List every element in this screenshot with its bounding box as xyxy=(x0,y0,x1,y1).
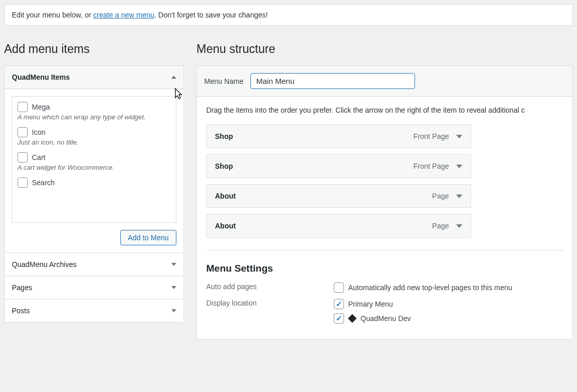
item-checkbox-search[interactable] xyxy=(17,177,28,188)
panel-quadmenu-body: Mega A menu which can wrap any type of w… xyxy=(5,88,184,253)
create-new-menu-link[interactable]: create a new menu xyxy=(93,11,154,19)
menu-item-title: Shop xyxy=(215,132,233,140)
panel-pages[interactable]: Pages xyxy=(5,276,184,299)
item-desc: Just an icon, no title. xyxy=(17,138,174,146)
auto-add-checkbox[interactable] xyxy=(334,282,344,293)
display-option-label: Primary Menu xyxy=(348,300,393,308)
info-notice: Edit your menu below, or create a new me… xyxy=(4,4,573,26)
divider xyxy=(206,250,563,251)
menu-structure-heading: Menu structure xyxy=(196,42,573,56)
menu-item[interactable]: About Page xyxy=(206,184,471,208)
panel-title: Posts xyxy=(12,307,30,315)
menu-item-type: Page xyxy=(432,222,449,230)
auto-add-pages-label: Auto add pages xyxy=(206,282,334,293)
chevron-down-icon[interactable] xyxy=(456,165,462,168)
menu-item[interactable]: Shop Front Page xyxy=(206,154,471,178)
item-checkbox-mega[interactable] xyxy=(17,102,28,112)
item-label: Mega xyxy=(32,103,50,111)
chevron-down-icon xyxy=(171,263,176,266)
list-item: Cart A cart widget for Woocommerce. xyxy=(17,152,174,171)
panel-title: Pages xyxy=(12,283,32,292)
panel-title: QuadMenu Archives xyxy=(12,260,77,269)
notice-text-suffix: . Don't forget to save your changes! xyxy=(154,11,268,19)
item-desc: A menu which can wrap any type of widget… xyxy=(17,113,174,121)
menu-name-label: Menu Name xyxy=(204,77,243,85)
item-label: Cart xyxy=(32,153,45,162)
menu-item-title: About xyxy=(215,222,236,230)
item-desc: A cart widget for Woocommerce. xyxy=(17,164,174,171)
panel-quadmenu-archives[interactable]: QuadMenu Archives xyxy=(5,253,184,276)
menu-structure-panel: Menu Name Drag the items into the order … xyxy=(196,65,573,340)
chevron-down-icon[interactable] xyxy=(456,194,462,198)
menu-item-title: Shop xyxy=(215,162,233,170)
menu-item-type: Front Page xyxy=(413,162,449,170)
chevron-down-icon xyxy=(171,309,176,312)
display-option-label: QuadMenu Dev xyxy=(360,314,411,323)
chevron-down-icon[interactable] xyxy=(456,224,462,228)
chevron-up-icon xyxy=(171,76,176,79)
item-label: Search xyxy=(32,179,55,187)
chevron-down-icon xyxy=(171,286,176,289)
auto-add-option-label: Automatically add new top-level pages to… xyxy=(348,283,512,292)
panel-title: QuadMenu Items xyxy=(12,73,70,81)
chevron-down-icon[interactable] xyxy=(456,135,462,138)
add-to-menu-button[interactable]: Add to Menu xyxy=(120,230,176,245)
panel-quadmenu-items[interactable]: QuadMenu Items xyxy=(5,66,184,88)
menu-item[interactable]: Shop Front Page xyxy=(206,124,471,148)
item-checkbox-cart[interactable] xyxy=(17,152,28,163)
list-item: Mega A menu which can wrap any type of w… xyxy=(17,102,174,121)
menu-settings-heading: Menu Settings xyxy=(206,263,563,274)
menu-name-input[interactable] xyxy=(250,73,415,89)
display-location-label: Display location xyxy=(206,299,334,324)
list-item: Search xyxy=(17,177,174,188)
quadmenu-item-list[interactable]: Mega A menu which can wrap any type of w… xyxy=(12,96,176,223)
item-checkbox-icon[interactable] xyxy=(17,127,28,137)
menu-item-type: Page xyxy=(432,192,449,200)
diamond-icon xyxy=(348,314,357,323)
list-item: Icon Just an icon, no title. xyxy=(17,127,174,146)
drag-instructions: Drag the items into the order you prefer… xyxy=(206,106,563,114)
item-label: Icon xyxy=(32,128,45,136)
menu-item-type: Front Page xyxy=(413,132,449,140)
primary-menu-checkbox[interactable] xyxy=(334,299,344,309)
menu-item[interactable]: About Page xyxy=(206,214,471,238)
notice-text-prefix: Edit your menu below, or xyxy=(12,11,93,19)
add-items-accordion: QuadMenu Items Mega A menu which can wra… xyxy=(4,65,184,323)
panel-posts[interactable]: Posts xyxy=(5,299,184,322)
menu-item-title: About xyxy=(215,192,236,200)
add-menu-items-heading: Add menu items xyxy=(4,42,184,56)
quadmenu-dev-checkbox[interactable] xyxy=(334,313,344,324)
